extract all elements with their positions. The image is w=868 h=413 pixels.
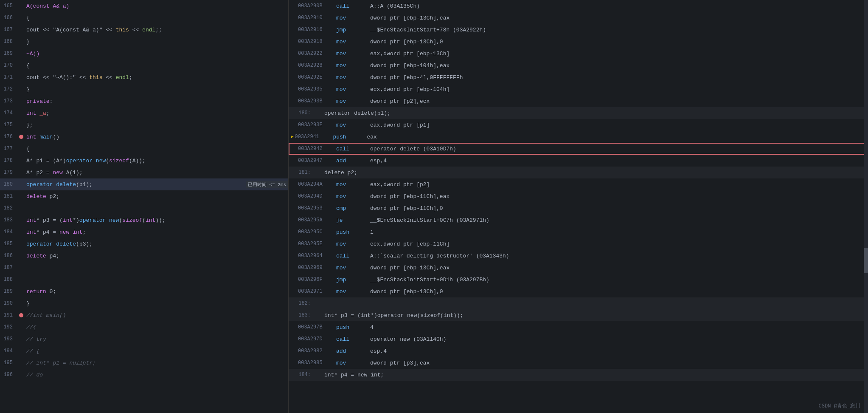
code-line-166: 166 { bbox=[0, 12, 288, 24]
asm-operands: 4 bbox=[370, 324, 866, 331]
right-panel: 003A290BcallA::A (03A135Ch)003A2910movdw… bbox=[289, 0, 868, 413]
line-number: 168 bbox=[0, 39, 18, 45]
source-line-num: 180: bbox=[290, 110, 316, 116]
asm-operands: eax bbox=[367, 134, 866, 140]
asm-mnemonic: mov bbox=[336, 241, 370, 247]
line-code: } bbox=[25, 300, 288, 307]
asm-operands: dword ptr [ebp-11Ch],eax bbox=[370, 193, 866, 200]
asm-address: 003A2935 bbox=[298, 86, 336, 92]
asm-line-003A295C: 003A295Cpush1 bbox=[289, 226, 868, 238]
asm-address: 003A2910 bbox=[298, 15, 336, 21]
asm-line-003A2947: 003A2947addesp,4 bbox=[289, 155, 868, 167]
asm-operands: dword ptr [ebp-13Ch],eax bbox=[370, 265, 866, 271]
asm-address: 003A292E bbox=[298, 74, 336, 80]
asm-mnemonic: mov bbox=[336, 193, 370, 200]
asm-mnemonic: mov bbox=[336, 86, 370, 93]
source-line-code: int* p3 = (int*)operator new(sizeof(int)… bbox=[316, 312, 463, 319]
line-number: 177 bbox=[0, 146, 18, 152]
line-number: 189 bbox=[0, 289, 18, 294]
line-code: ~A() bbox=[25, 51, 288, 57]
asm-operands: __$EncStackInitStart+78h (03A2922h) bbox=[370, 27, 866, 33]
asm-mnemonic: mov bbox=[336, 181, 370, 188]
line-number: 190 bbox=[0, 300, 18, 306]
line-number: 195 bbox=[0, 360, 18, 366]
asm-mnemonic: call bbox=[336, 336, 370, 342]
line-number: 187 bbox=[0, 265, 18, 271]
asm-operands: dword ptr [ebp-104h],eax bbox=[370, 62, 866, 69]
source-line-num: 183: bbox=[290, 312, 316, 318]
asm-address: 003A293B bbox=[298, 98, 336, 104]
code-line-190: 190} bbox=[0, 297, 288, 309]
line-code: } bbox=[25, 39, 288, 45]
asm-address: 003A2922 bbox=[298, 51, 336, 57]
asm-operands: dword ptr [p2],ecx bbox=[370, 98, 866, 105]
code-line-171: 171 cout << "~A():" << this << endl; bbox=[0, 71, 288, 83]
asm-line-003A2985: 003A2985movdword ptr [p3],eax bbox=[289, 357, 868, 369]
line-number: 192 bbox=[0, 324, 18, 330]
asm-line-003A2910: 003A2910movdword ptr [ebp-13Ch],eax bbox=[289, 12, 868, 24]
asm-line-003A293B: 003A293Bmovdword ptr [p2],ecx bbox=[289, 95, 868, 107]
asm-line-003A2935: 003A2935movecx,dword ptr [ebp-104h] bbox=[289, 83, 868, 95]
code-line-187: 187 bbox=[0, 262, 288, 274]
code-line-179: 179 A* p2 = new A(1); bbox=[0, 167, 288, 178]
line-number: 180 bbox=[0, 181, 18, 187]
asm-line-003A290B: 003A290BcallA::A (03A135Ch) bbox=[289, 0, 868, 12]
asm-operands: dword ptr [ebp-11Ch],0 bbox=[370, 205, 866, 212]
asm-address: 003A2918 bbox=[298, 39, 336, 45]
line-code: A(const A& a) bbox=[25, 3, 288, 9]
asm-operands: dword ptr [ebp-13Ch],0 bbox=[370, 289, 866, 295]
asm-mnemonic: mov bbox=[336, 265, 370, 271]
code-line-175: 175}; bbox=[0, 119, 288, 131]
line-number: 188 bbox=[0, 277, 18, 283]
line-code: operator delete(p3); bbox=[25, 241, 288, 247]
asm-mnemonic: push bbox=[336, 324, 370, 331]
line-number: 165 bbox=[0, 3, 18, 9]
asm-address: 003A293E bbox=[298, 122, 336, 128]
asm-mnemonic: mov bbox=[336, 15, 370, 21]
line-number: 176 bbox=[0, 134, 18, 140]
line-gutter bbox=[18, 313, 25, 317]
code-line-185: 185 operator delete(p3); bbox=[0, 238, 288, 250]
line-code: int _a; bbox=[25, 110, 288, 116]
asm-operands: A::`scalar deleting destructor' (03A1343… bbox=[370, 253, 866, 259]
line-number: 183 bbox=[0, 217, 18, 223]
line-code: return 0; bbox=[25, 289, 288, 295]
asm-line-003A2969: 003A2969movdword ptr [ebp-13Ch],eax bbox=[289, 262, 868, 274]
line-number: 173 bbox=[0, 98, 18, 104]
asm-line-003A294A: 003A294Amoveax,dword ptr [p2] bbox=[289, 178, 868, 190]
asm-line-003A297D: 003A297Dcalloperator new (03A1140h) bbox=[289, 333, 868, 345]
line-number: 191 bbox=[0, 312, 18, 318]
line-number: 175 bbox=[0, 122, 18, 128]
asm-line-003A2916: 003A2916jmp__$EncStackInitStart+78h (03A… bbox=[289, 24, 868, 36]
asm-mnemonic: call bbox=[336, 3, 370, 9]
line-code: // { bbox=[25, 348, 288, 354]
asm-line-003A2982: 003A2982addesp,4 bbox=[289, 345, 868, 357]
line-code: operator delete(p1); bbox=[25, 181, 242, 188]
asm-address: 003A2964 bbox=[298, 253, 336, 259]
source-line-184:: 184: int* p4 = new int; bbox=[289, 369, 868, 381]
line-number: 182 bbox=[0, 205, 18, 211]
breakpoint-dot[interactable] bbox=[19, 313, 23, 317]
asm-mnemonic: mov bbox=[336, 122, 370, 128]
line-code: int main() bbox=[25, 134, 288, 140]
line-number: 172 bbox=[0, 86, 18, 92]
asm-mnemonic: add bbox=[336, 158, 370, 164]
asm-mnemonic: mov bbox=[336, 360, 370, 366]
line-code: A* p1 = (A*)operator new(sizeof(A)); bbox=[25, 158, 288, 164]
asm-mnemonic: push bbox=[333, 134, 367, 140]
time-badge: 已用时间 <= 2ms bbox=[246, 181, 288, 188]
asm-operands: esp,4 bbox=[370, 348, 866, 354]
source-line-num: 184: bbox=[290, 372, 316, 378]
line-code: } bbox=[25, 86, 288, 93]
code-line-165: 165 A(const A& a) bbox=[0, 0, 288, 12]
scrollbar[interactable] bbox=[864, 0, 868, 413]
asm-line-003A293E: 003A293Emoveax,dword ptr [p1] bbox=[289, 119, 868, 131]
source-line-181:: 181: delete p2; bbox=[289, 167, 868, 178]
source-line-183:: 183: int* p3 = (int*)operator new(sizeof… bbox=[289, 309, 868, 321]
line-number: 166 bbox=[0, 15, 18, 21]
breakpoint-dot[interactable] bbox=[19, 135, 23, 139]
asm-address: 003A2928 bbox=[298, 62, 336, 68]
code-line-169: 169 ~A() bbox=[0, 48, 288, 59]
line-number: 171 bbox=[0, 74, 18, 80]
scrollbar-thumb[interactable] bbox=[864, 248, 868, 273]
